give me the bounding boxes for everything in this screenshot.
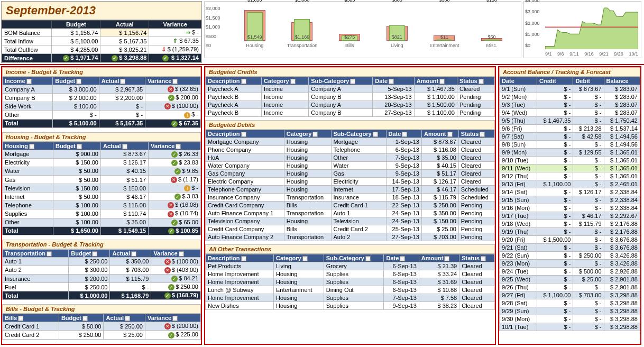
column-header[interactable]: Variance▾ <box>149 142 201 150</box>
tracking-table: Bills▾Budget▾Actual▾Variance▾Credit Card… <box>2 314 201 339</box>
balance-row: 9/1 (Sun)$ -$ 873.67$ 283.07 <box>500 85 640 93</box>
filter-dropdown-icon[interactable]: ▾ <box>76 79 81 84</box>
filter-dropdown-icon[interactable]: ▾ <box>444 256 449 261</box>
filter-dropdown-icon[interactable]: ▾ <box>481 256 486 261</box>
filter-dropdown-icon[interactable]: ▾ <box>176 144 181 149</box>
status-icon: ✕ <box>168 202 174 208</box>
summary-row: Total Outflow$ 4,285.00$ 3,025.21⇓ $ (1,… <box>2 45 201 54</box>
filter-dropdown-icon[interactable]: ▾ <box>402 132 407 137</box>
column-header[interactable]: Income▾ <box>3 77 53 85</box>
column-header[interactable]: Description▾ <box>206 254 274 262</box>
column-header[interactable]: Budget▾ <box>59 314 104 322</box>
column-header[interactable]: Budget▾ <box>69 249 110 257</box>
table-row: Paycheck AIncomeCompany A20-Sep-13$ 1,50… <box>206 101 495 109</box>
column-header[interactable]: Variance▾ <box>145 77 201 85</box>
status-icon: ✓ <box>171 151 178 158</box>
filter-dropdown-icon[interactable]: ▾ <box>241 132 246 137</box>
section-title: Bills - Budget & Tracking <box>2 304 201 314</box>
column-header[interactable]: Bills▾ <box>3 314 59 322</box>
column-header[interactable]: Amount▾ <box>414 77 457 85</box>
filter-dropdown-icon[interactable]: ▾ <box>120 79 125 84</box>
column-header[interactable]: Budget▾ <box>53 142 100 150</box>
column-header[interactable]: Housing▾ <box>3 142 53 150</box>
month-title: September-2013 <box>2 2 201 20</box>
column-header[interactable]: Status▾ <box>457 77 494 85</box>
filter-dropdown-icon[interactable]: ▾ <box>241 79 246 84</box>
filter-dropdown-icon[interactable]: ▾ <box>480 132 485 137</box>
section-title: Budgeted Debits <box>205 120 495 130</box>
filter-dropdown-icon[interactable]: ▾ <box>26 79 32 84</box>
filter-dropdown-icon[interactable]: ▾ <box>172 79 178 84</box>
column-header[interactable]: Variance▾ <box>145 314 200 322</box>
column-header[interactable]: Category▾ <box>261 77 308 85</box>
filter-dropdown-icon[interactable]: ▾ <box>373 132 378 137</box>
column-header[interactable]: Status▾ <box>459 254 495 262</box>
table-row: Credit Card CompanyBillsCredit Card 122-… <box>206 202 495 209</box>
filter-dropdown-icon[interactable]: ▾ <box>92 251 97 257</box>
balance-row: 10/1 (Tue)$ -$ -$ 3,298.88 <box>500 323 640 331</box>
column-header[interactable]: Variance▾ <box>151 249 201 257</box>
summary-header: Budget Actual Variance <box>2 21 201 29</box>
column-header[interactable]: Actual▾ <box>110 249 151 257</box>
filter-dropdown-icon[interactable]: ▾ <box>29 144 34 149</box>
balance-row: 9/10 (Tue)$ -$ -$ 1,365.01 <box>500 157 640 165</box>
table-row: Telephone$ 100.00$ 116.08✕$ (16.08) <box>3 201 201 209</box>
column-header[interactable]: Status▾ <box>458 130 494 138</box>
filter-dropdown-icon[interactable]: ▾ <box>82 316 88 321</box>
table-row: Credit Card 1$ 50.00$ 250.00✕$ (200.00) <box>3 322 201 331</box>
column-header[interactable]: Transportation▾ <box>3 249 69 257</box>
column-header[interactable]: Sub-Category▾ <box>331 130 386 138</box>
filter-dropdown-icon[interactable]: ▾ <box>350 79 355 84</box>
filter-dropdown-icon[interactable]: ▾ <box>479 79 484 84</box>
balance-section-title: Account Balance / Tracking & Forecast <box>499 67 640 77</box>
balance-row: 9/11 (Wed)$ -$ -$ 1,365.01 <box>500 165 640 172</box>
filter-dropdown-icon[interactable]: ▾ <box>172 316 178 321</box>
column-header[interactable]: Description▾ <box>206 130 284 138</box>
filter-dropdown-icon[interactable]: ▾ <box>400 256 405 261</box>
status-icon: ✕ <box>164 323 171 330</box>
column-header[interactable]: Sub-Category▾ <box>324 254 384 262</box>
column-header[interactable]: Actual▾ <box>99 77 145 85</box>
column-header[interactable]: Date▾ <box>373 77 414 85</box>
filter-dropdown-icon[interactable]: ▾ <box>241 256 246 261</box>
column-header[interactable]: Date▾ <box>384 254 419 262</box>
column-header[interactable]: Actual▾ <box>100 142 148 150</box>
balance-row: 9/18 (Wed)$ -$ 115.79$ 2,176.88 <box>500 220 640 228</box>
balance-row: 9/30 (Mon)$ -$ -$ 3,298.88 <box>500 315 640 323</box>
summary-row: Difference✓$ 1,971.74✓$ 3,298.88✓ $ 1,32… <box>2 54 201 62</box>
filter-dropdown-icon[interactable]: ▾ <box>389 79 394 84</box>
filter-dropdown-icon[interactable]: ▾ <box>131 251 136 257</box>
balance-row: 9/26 (Thu)$ -$ -$ 2,901.88 <box>500 284 640 291</box>
filter-dropdown-icon[interactable]: ▾ <box>447 132 453 137</box>
transaction-table: Description▾Category▾Sub-Category▾Date▾A… <box>205 77 495 117</box>
filter-dropdown-icon[interactable]: ▾ <box>122 144 127 149</box>
filter-dropdown-icon[interactable]: ▾ <box>18 316 23 321</box>
filter-dropdown-icon[interactable]: ▾ <box>179 251 184 257</box>
filter-dropdown-icon[interactable]: ▾ <box>302 256 308 261</box>
filter-dropdown-icon[interactable]: ▾ <box>47 251 52 257</box>
transaction-table: Description▾Category▾Sub-Category▾Date▾A… <box>205 254 495 310</box>
filter-dropdown-icon[interactable]: ▾ <box>365 256 371 261</box>
column-header[interactable]: Date▾ <box>386 130 421 138</box>
total-row: Total$ 5,100.00$ 5,167.35✓$ 67.35 <box>3 119 201 127</box>
table-row: Telephone CompanyHousingInternet17-Sep-1… <box>206 186 495 194</box>
column-header[interactable]: Description▾ <box>206 77 262 85</box>
status-icon: ✓ <box>171 276 178 282</box>
column-header[interactable]: Amount▾ <box>421 130 458 138</box>
column-header[interactable]: Category▾ <box>274 254 324 262</box>
column-header[interactable]: Sub-Category▾ <box>309 77 373 85</box>
column-header[interactable]: Actual▾ <box>104 314 145 322</box>
column-header[interactable]: Category▾ <box>284 130 331 138</box>
column-header[interactable]: Amount▾ <box>419 254 459 262</box>
filter-dropdown-icon[interactable]: ▾ <box>439 79 445 84</box>
filter-dropdown-icon[interactable]: ▾ <box>312 132 318 137</box>
balance-row: 9/8 (Sun)$ -$ -$ 1,494.56 <box>500 141 640 149</box>
filter-dropdown-icon[interactable]: ▾ <box>125 316 130 321</box>
column-header[interactable]: Budget▾ <box>53 77 99 85</box>
filter-dropdown-icon[interactable]: ▾ <box>77 144 82 149</box>
balance-row: 9/4 (Wed)$ -$ -$ 283.07 <box>500 109 640 117</box>
bar-group: $385$275Bills <box>331 4 368 48</box>
summary-row: BOM Balance$ 1,156.74$ 1,156.74⇒ $ - <box>2 29 201 37</box>
table-row: Paycheck BIncomeCompany B27-Sep-13$ 1,10… <box>206 109 495 117</box>
filter-dropdown-icon[interactable]: ▾ <box>290 79 296 84</box>
